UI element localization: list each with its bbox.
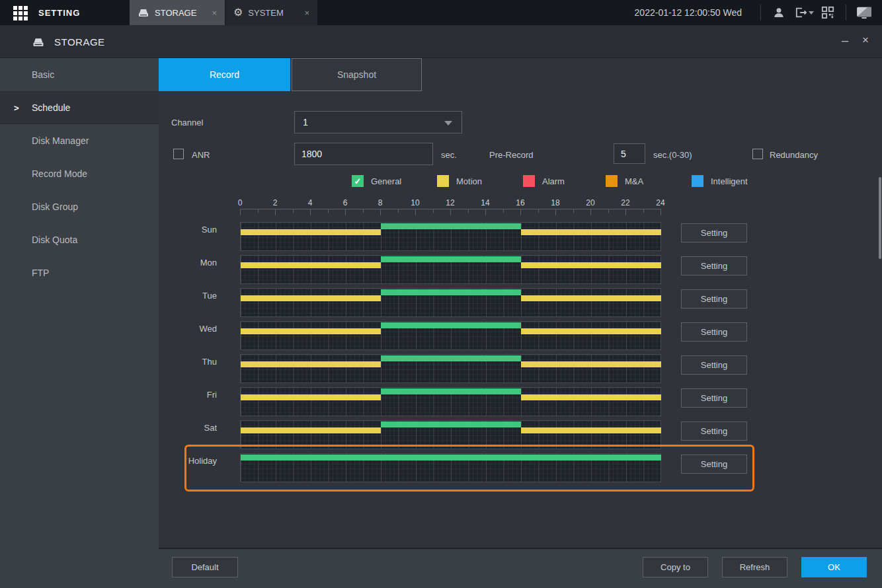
ruler-tick [573,209,574,213]
pre-record-input[interactable] [614,143,645,164]
setting-button-thu[interactable]: Setting [681,355,747,375]
setting-button-fri[interactable]: Setting [681,388,747,408]
system-topbar: SETTING STORAGE × ⚙ SYSTEM × 2022-01-12 … [0,0,882,25]
qr-code-icon[interactable] [817,0,839,25]
sidebar-item-label: FTP [32,268,49,278]
channel-label: Channel [171,118,203,128]
anr-duration-input[interactable] [294,143,433,165]
legend-label: Motion [456,176,482,186]
axis-hour-label: 12 [446,198,454,207]
legend-item-m-a: M&A [606,175,643,187]
schedule-bar-motion [241,427,381,433]
sidebar-item-disk-manager[interactable]: Disk Manager [0,124,159,157]
ruler-tick [468,209,469,213]
ruler-tick [415,209,416,215]
topbar-tab-storage[interactable]: STORAGE × [130,0,225,25]
setting-button-wed[interactable]: Setting [681,322,747,342]
schedule-grid-thu[interactable] [240,354,661,383]
sidebar-item-ftp[interactable]: FTP [0,256,159,289]
schedule-bar-general [381,322,521,328]
datetime-text: 2022-01-12 12:00:50 Wed [635,7,742,18]
ruler-tick [345,209,346,215]
copy-to-button[interactable]: Copy to [643,557,708,577]
schedule-grid-tue[interactable] [240,288,661,317]
schedule-bar-general [381,256,521,262]
display-output-icon[interactable] [853,0,875,25]
axis-hour-label: 0 [238,198,243,207]
close-icon[interactable]: × [858,34,873,50]
ruler-tick [625,209,626,215]
redundancy-checkbox[interactable] [752,149,763,159]
schedule-grid-sat[interactable] [240,420,661,449]
ruler-tick [380,209,381,215]
legend-checkbox-m-a[interactable] [606,175,618,187]
time-ruler [240,209,661,217]
legend-checkbox-motion[interactable] [437,175,449,187]
sidebar-item-record-mode[interactable]: Record Mode [0,157,159,190]
schedule-bar-motion [241,328,381,334]
ruler-tick [643,209,644,213]
axis-hour-label: 4 [308,198,313,207]
axis-hour-label: 6 [343,198,348,207]
schedule-grid-mon[interactable] [240,255,661,284]
schedule-grid-fri[interactable] [240,387,661,416]
schedule-bar-general [381,388,521,394]
schedule-grid-wed[interactable] [240,321,661,350]
apps-grid-icon[interactable] [13,6,28,20]
ruler-tick [661,209,661,215]
channel-dropdown[interactable]: 1 [294,111,462,133]
channel-value: 1 [303,117,308,128]
ruler-tick [328,209,329,213]
sidebar-item-label: Schedule [32,102,70,113]
setting-button-sun[interactable]: Setting [681,223,747,242]
topbar-tab-system[interactable]: ⚙ SYSTEM × [225,0,317,25]
axis-hour-label: 14 [481,198,489,207]
sidebar-item-disk-quota[interactable]: Disk Quota [0,223,159,256]
chevron-down-icon[interactable] [809,11,814,15]
schedule-bar-motion [521,394,661,400]
sidebar-item-disk-group[interactable]: Disk Group [0,190,159,223]
ruler-tick [363,209,364,213]
tab-label: Snapshot [337,69,376,80]
legend-item-general: ✓General [352,175,401,187]
ruler-tick [485,209,486,215]
user-icon[interactable] [768,0,790,25]
legend-checkbox-intelligent[interactable] [692,175,703,187]
close-tab-icon[interactable]: × [212,8,217,18]
day-label-tue: Tue [159,291,217,301]
topbar-right: 2022-01-12 12:00:50 Wed [635,0,875,25]
sidebar-item-schedule[interactable]: >Schedule [0,91,159,124]
axis-hour-label: 18 [551,198,559,207]
close-tab-icon[interactable]: × [304,8,309,18]
sidebar-item-label: Disk Group [32,202,78,212]
schedule-bar-motion [521,295,661,301]
sidebar-item-basic[interactable]: Basic [0,58,159,91]
axis-hour-label: 24 [656,198,664,207]
schedule-bar-general [381,355,521,361]
ruler-tick [520,209,521,215]
footer-bar: DefaultCopy toRefreshOK [159,548,882,588]
schedule-bar-motion [521,262,661,268]
ok-button[interactable]: OK [801,557,867,577]
day-label-wed: Wed [159,324,217,334]
minimize-icon[interactable]: – [838,34,852,50]
default-button[interactable]: Default [172,557,238,577]
legend-checkbox-alarm[interactable] [523,175,535,187]
setting-button-sat[interactable]: Setting [681,422,747,441]
schedule-grid-sun[interactable] [240,222,661,251]
scrollbar-thumb[interactable] [879,177,881,259]
tab-record[interactable]: Record [159,58,290,91]
schedule-bar-motion [241,394,381,400]
refresh-button[interactable]: Refresh [722,557,787,577]
schedule-grid-holiday[interactable] [240,453,661,482]
anr-checkbox[interactable] [173,149,184,159]
legend-item-intelligent: Intelligent [692,175,748,187]
setting-button-tue[interactable]: Setting [681,289,747,309]
axis-hour-label: 20 [586,198,594,207]
setting-button-mon[interactable]: Setting [681,256,747,276]
sidebar-item-label: Disk Quota [32,235,77,245]
legend-checkbox-general[interactable]: ✓ [352,175,364,187]
pre-record-label: Pre-Record [489,150,533,160]
tab-snapshot[interactable]: Snapshot [292,58,422,91]
setting-button-holiday[interactable]: Setting [681,455,747,474]
